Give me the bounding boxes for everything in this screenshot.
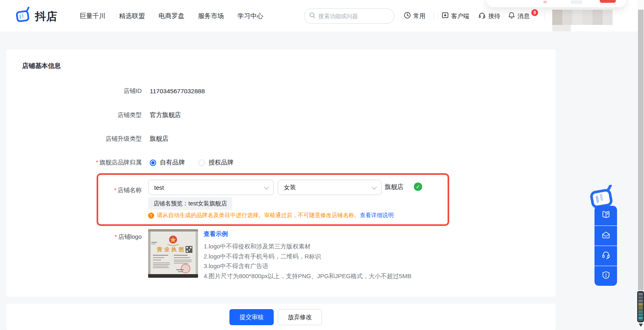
brand-name-select[interactable]: test [148,180,274,195]
messages-label: 消息 [518,12,530,20]
redaction-block [552,25,571,31]
bell-icon [508,12,515,20]
scrollbar-down-arrow[interactable] [639,324,643,327]
logo-rule-2: 2.logo中不得含有手机号码，二维码，R标识 [204,252,411,262]
nav-compass[interactable]: 电商罗盘 [159,12,184,20]
radio-authorized-brand[interactable]: 授权品牌 [198,158,233,167]
shop-name-warning: ! 请从自动生成的品牌名及类目中进行选择。审核通过后，不可随意修改店铺名称。查看… [148,212,394,219]
shop-name-highlight-box: *店铺名称 test 女装 旗舰店 ✓ 店铺名预览：test女装旗舰店 ! 请从… [97,173,449,226]
shop-type-row: 店铺类型 官方旗舰店 [6,111,181,119]
shop-id-label: 店铺ID [6,87,142,95]
radio-unselected-icon[interactable] [198,160,205,166]
discard-changes-button[interactable]: 放弃修改 [278,309,322,325]
logo-rule-4: 4.图片尺寸为800*800px以上，支持PNG、JPG和JPEG格式，大小不超… [204,271,411,281]
shield-alert-icon [601,271,611,281]
browser-extension-popup[interactable] [486,0,626,7]
envelope-icon [601,230,611,241]
client-download-button[interactable]: 客户端 [442,0,469,32]
logo-rule-3: 3.logo中不得含有广告语 [204,261,411,271]
redaction-block [572,10,582,25]
feedback-button[interactable] [594,226,617,246]
minimap-stripes-teal [638,310,643,321]
search-icon [309,12,316,20]
brand-logo[interactable]: 抖店 [14,7,58,26]
brand-ownership-row: *旗舰店品牌归属 自有品牌 授权品牌 [6,158,233,167]
own-brand-label: 自有品牌 [160,158,185,167]
upgrade-type-value: 旗舰店 [150,135,169,143]
radio-selected-icon[interactable] [150,160,156,166]
popup-red-badge [600,0,616,3]
clock-icon [404,12,411,20]
license-title: 营业执照 [157,246,186,252]
footer-action-bar: 提交审核 放弃修改 [6,304,555,330]
nav-learning-center[interactable]: 学习中心 [237,12,263,20]
page: 抖店 巨量千川 精选联盟 电商罗盘 服务市场 学习中心 [0,0,644,330]
success-check-icon: ✓ [414,182,422,191]
shop-name-suffix: 旗舰店 [385,183,404,191]
main-nav: 巨量千川 精选联盟 电商罗盘 服务市场 学习中心 [80,0,263,32]
redaction-block [603,10,613,25]
redaction-block [582,10,592,25]
search-input[interactable] [318,13,391,19]
brand-name: 抖店 [35,9,58,24]
radio-own-brand[interactable]: 自有品牌 [150,158,185,167]
client-download-icon [442,12,449,20]
shop-type-value: 官方旗舰店 [150,111,181,119]
category-select[interactable]: 女装 [278,180,382,195]
shop-logo-image[interactable]: 营业执照 [148,229,198,278]
warning-icon: ! [148,213,154,219]
shop-logo-label: *店铺logo [6,233,142,241]
quick-access-label: 常用 [413,12,425,20]
chevron-down-icon [372,184,377,189]
brand-ownership-options: 自有品牌 授权品牌 [150,158,233,167]
brand-name-select-value: test [154,184,164,191]
customer-service-button[interactable] [594,246,617,266]
client-label: 客户端 [451,12,469,20]
search-box[interactable] [304,8,394,24]
shop-name-label: *店铺名称 [104,187,142,194]
header-divider [433,13,434,19]
shop-id-row: 店铺ID 1170345677032888 [6,87,205,95]
quick-access-button[interactable]: 常用 [404,0,425,32]
reception-label: 接待 [488,12,500,20]
popup-faint-tag [571,0,582,4]
nav-qianchuan[interactable]: 巨量千川 [80,12,105,20]
minimap-stripes-gray [638,293,643,303]
nav-service-market[interactable]: 服务市场 [198,12,224,20]
header-divider [544,13,545,19]
user-account-redacted[interactable] [552,10,613,25]
redaction-block [552,10,562,25]
minimap-stripes-yellow [638,303,643,310]
warning-text: 请从自动生成的品牌名及类目中进行选择。审核通过后，不可随意修改店铺名称。查看详细… [157,212,394,219]
messages-badge: 8 [531,9,538,16]
service-headset-icon [601,250,611,261]
section-title: 店铺基本信息 [22,62,61,70]
brand-ownership-label: *旗舰店品牌归属 [6,159,142,166]
scrollbar-thumb[interactable] [638,10,644,290]
required-mark: * [114,187,116,193]
shop-id-value: 1170345677032888 [150,88,205,95]
headset-icon [478,12,486,21]
floating-toolbar [594,206,617,286]
redaction-block [592,10,603,25]
guide-button[interactable] [594,206,617,225]
upgrade-type-row: 店铺升级类型 旗舰店 [6,135,169,143]
category-select-value: 女装 [284,184,296,191]
report-button[interactable] [594,266,617,286]
popup-faint-mark [543,1,547,3]
view-example-link[interactable]: 查看示例 [204,230,228,238]
extension-minimap-widget[interactable] [637,291,644,322]
warning-detail-link[interactable]: 查看详细说明 [360,212,394,218]
douyin-store-icon [14,7,31,26]
shop-type-label: 店铺类型 [6,111,142,119]
upgrade-type-label: 店铺升级类型 [6,135,142,143]
required-mark: * [96,159,98,166]
logo-rule-1: 1.logo中不得侵权和涉及第三方版权素材 [204,242,411,252]
required-mark: * [115,233,117,240]
nav-alliance[interactable]: 精选联盟 [119,12,145,20]
redaction-block [562,10,572,25]
shop-name-preview: 店铺名预览：test女装旗舰店 [148,197,232,210]
logo-rules: 1.logo中不得侵权和涉及第三方版权素材 2.logo中不得含有手机号码，二维… [204,242,411,281]
chevron-down-icon [264,184,269,189]
submit-review-button[interactable]: 提交审核 [229,309,274,325]
